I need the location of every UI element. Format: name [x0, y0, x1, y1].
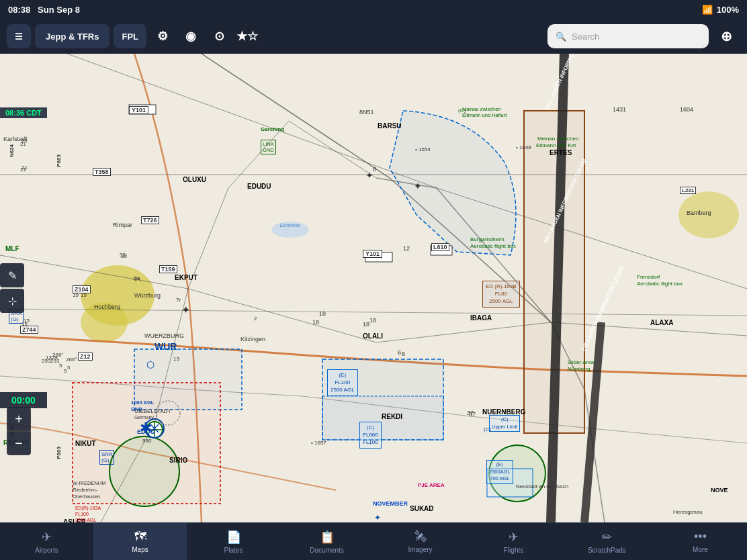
svg-text:6: 6	[402, 351, 405, 357]
timer-icon: ⊙	[214, 29, 224, 44]
nav-plates[interactable]: 📄 Plates	[187, 523, 280, 560]
svg-text:✦: ✦	[181, 304, 190, 316]
location-icon: ⊕	[721, 28, 732, 44]
nav-flights[interactable]: ✈ Flights	[467, 523, 560, 560]
timer-button[interactable]: ⊙	[207, 24, 231, 48]
toolbar: ☰ Jepp & TFRs FPL ⚙ ◉ ⊙ ★☆ 🔍 Search ⊕	[0, 19, 747, 54]
status-time-date: 08:38 Sun Sep 8	[8, 5, 80, 15]
left-controls: ✎ ⊹	[0, 263, 24, 313]
wifi-icon: 📶	[702, 5, 713, 15]
title-label: Jepp & TFRs	[46, 32, 99, 42]
globe-icon: ◉	[185, 29, 196, 44]
status-time: 08:38	[8, 5, 30, 15]
svg-text:✦: ✦	[374, 513, 381, 522]
star-button[interactable]: ★☆	[235, 24, 259, 48]
imagery-icon: 🛰	[414, 530, 427, 544]
location-button[interactable]: ⊕	[713, 24, 740, 48]
map-svg: ✦ ✦ ✦ ✦ ✦ Eichelsee 266° 293 5 18 6 18 8…	[0, 54, 747, 522]
svg-text:Eichelsee: Eichelsee	[280, 223, 300, 228]
svg-text:7: 7	[178, 297, 181, 304]
search-placeholder: Search	[572, 32, 599, 42]
imagery-label: Imagery	[408, 546, 432, 553]
status-right: 📶 100%	[702, 5, 739, 15]
svg-text:18: 18	[369, 317, 376, 324]
more-icon: •••	[694, 530, 707, 544]
nav-airports[interactable]: ✈ Airports	[0, 523, 93, 560]
nav-imagery[interactable]: 🛰 Imagery	[374, 523, 467, 560]
measure-button[interactable]: ⊹	[0, 289, 24, 313]
airports-label: Airports	[35, 547, 58, 554]
maps-label: Maps	[132, 546, 148, 553]
timer-value: 00:00	[11, 395, 36, 406]
fpl-label: FPL	[122, 32, 138, 42]
plates-label: Plates	[224, 547, 243, 554]
plates-icon: 📄	[226, 530, 241, 545]
svg-text:21: 21	[21, 138, 28, 144]
search-box[interactable]: 🔍 Search	[547, 24, 709, 48]
scratchpads-icon: ✏	[602, 530, 612, 545]
status-date: Sun Sep 8	[38, 5, 80, 15]
search-icon: 🔍	[556, 32, 566, 42]
bottom-nav: ✈ Airports 🗺 Maps 📄 Plates 📋 Documents 🛰…	[0, 522, 747, 560]
zoom-in-button[interactable]: +	[7, 407, 31, 431]
more-label: More	[693, 546, 708, 553]
star-icon: ★☆	[236, 29, 258, 44]
svg-rect-29	[365, 252, 392, 262]
svg-point-3	[678, 191, 739, 238]
nav-documents[interactable]: 📋 Documents	[280, 523, 374, 560]
svg-rect-28	[129, 105, 156, 114]
nav-more[interactable]: ••• More	[654, 523, 747, 560]
menu-icon: ☰	[15, 32, 23, 42]
svg-text:8: 8	[373, 166, 376, 173]
settings-button[interactable]: ⚙	[150, 24, 175, 48]
svg-text:266°: 266°	[66, 357, 77, 363]
svg-text:21: 21	[21, 165, 28, 171]
flights-icon: ✈	[509, 530, 519, 545]
svg-text:5: 5	[67, 365, 71, 371]
maps-icon: 🗺	[134, 530, 146, 544]
map-area[interactable]: ✦ ✦ ✦ ✦ ✦ Eichelsee 266° 293 5 18 6 18 8…	[0, 54, 747, 522]
fpl-button[interactable]: FPL	[114, 24, 146, 48]
svg-text:24: 24	[134, 276, 140, 282]
svg-rect-7	[322, 396, 443, 440]
globe-button[interactable]: ◉	[179, 24, 203, 48]
nav-maps[interactable]: 🗺 Maps	[93, 523, 187, 560]
svg-point-2	[81, 302, 128, 342]
battery-icon: 100%	[717, 5, 739, 15]
svg-text:37: 37	[469, 411, 476, 418]
airports-icon: ✈	[42, 530, 52, 545]
svg-rect-50	[487, 469, 533, 497]
title-button[interactable]: Jepp & TFRs	[35, 24, 109, 48]
nav-scratchpads[interactable]: ✏ ScratchPads	[560, 523, 654, 560]
svg-text:293: 293	[50, 358, 60, 364]
svg-text:5: 5	[64, 368, 67, 374]
zoom-out-button[interactable]: −	[7, 431, 31, 455]
svg-text:18: 18	[319, 310, 326, 317]
svg-rect-11	[73, 383, 220, 504]
menu-button[interactable]: ☰	[7, 24, 31, 48]
svg-text:19: 19	[81, 292, 87, 298]
svg-text:30: 30	[121, 253, 127, 259]
documents-label: Documents	[310, 547, 344, 554]
zoom-controls: + −	[7, 407, 31, 455]
svg-text:✦: ✦	[414, 181, 422, 191]
flights-label: Flights	[504, 547, 523, 554]
documents-icon: 📋	[320, 530, 335, 545]
time-value: 08:36 CDT	[5, 109, 42, 117]
gear-icon: ⚙	[157, 29, 168, 44]
timer-display: 00:00	[0, 392, 47, 408]
svg-text:15: 15	[24, 318, 30, 324]
status-bar: 08:38 Sun Sep 8 📶 100%	[0, 0, 747, 19]
time-overlay: 08:36 CDT	[0, 107, 47, 118]
track-button[interactable]: ✎	[0, 263, 24, 287]
scratchpads-label: ScratchPads	[588, 547, 626, 554]
svg-rect-30	[431, 246, 452, 255]
